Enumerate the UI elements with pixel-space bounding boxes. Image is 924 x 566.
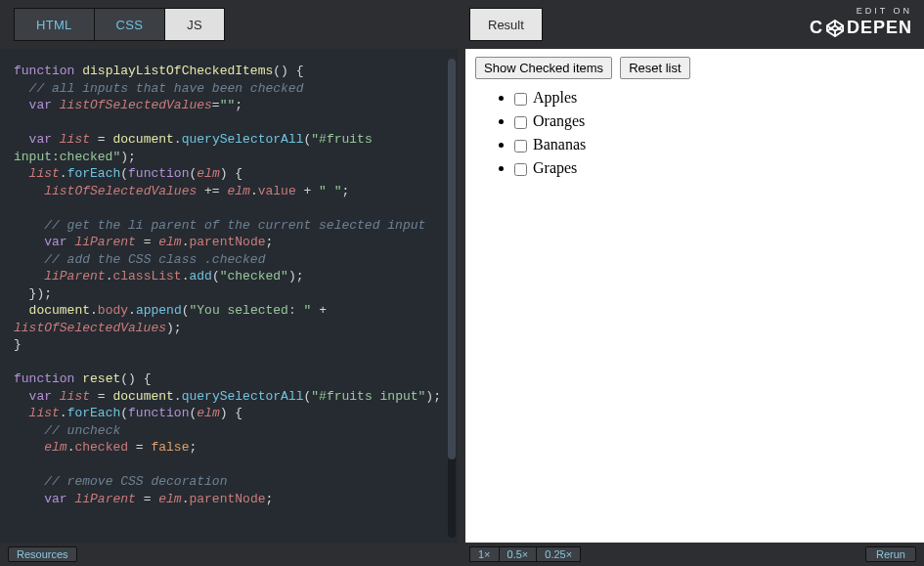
result-pane: Show Checked items Reset list ApplesOran… <box>465 49 924 543</box>
zoom-05x-button[interactable]: 0.5× <box>500 546 538 562</box>
list-item: Oranges <box>514 112 914 130</box>
codepen-c: C <box>810 18 823 38</box>
list-item: Bananas <box>514 136 914 153</box>
resources-button[interactable]: Resources <box>8 546 77 562</box>
editor-scrollbar[interactable] <box>448 59 456 538</box>
fruit-checkbox[interactable] <box>514 116 527 129</box>
show-checked-button[interactable]: Show Checked items <box>475 57 612 79</box>
fruit-checkbox[interactable] <box>514 140 527 152</box>
zoom-group: 1× 0.5× 0.25× <box>469 546 581 562</box>
rerun-button[interactable]: Rerun <box>865 546 916 562</box>
zoom-025x-button[interactable]: 0.25× <box>537 546 581 562</box>
reset-list-button[interactable]: Reset list <box>620 57 689 79</box>
tab-js[interactable]: JS <box>164 8 225 41</box>
edit-on-label: EDIT ON <box>810 6 912 16</box>
fruit-checkbox[interactable] <box>514 163 527 176</box>
codepen-icon <box>826 20 844 37</box>
codepen-logo: C DEPEN <box>810 18 912 38</box>
editor-tabs: HTML CSS JS <box>14 8 225 41</box>
bottombar: Resources 1× 0.5× 0.25× Rerun <box>0 543 924 566</box>
code-content[interactable]: function displayListOfCheckedItems() { /… <box>4 63 454 507</box>
fruit-label: Bananas <box>533 136 586 152</box>
tab-result[interactable]: Result <box>469 8 543 41</box>
editor-scrollbar-thumb[interactable] <box>448 59 456 459</box>
js-code-editor[interactable]: function displayListOfCheckedItems() { /… <box>0 49 458 543</box>
list-item: Grapes <box>514 159 914 177</box>
codepen-branding[interactable]: EDIT ON C DEPEN <box>810 6 912 38</box>
list-item: Apples <box>514 89 914 107</box>
tab-html[interactable]: HTML <box>14 8 94 41</box>
pane-divider[interactable] <box>458 49 465 543</box>
fruit-label: Grapes <box>533 159 577 176</box>
fruit-checkbox[interactable] <box>514 93 527 106</box>
zoom-1x-button[interactable]: 1× <box>469 546 500 562</box>
codepen-depen: DEPEN <box>847 18 912 38</box>
main-area: function displayListOfCheckedItems() { /… <box>0 49 924 543</box>
tab-css[interactable]: CSS <box>94 8 165 41</box>
topbar: HTML CSS JS Result EDIT ON C DEPEN <box>0 0 924 49</box>
fruit-label: Apples <box>533 89 577 106</box>
fruit-label: Oranges <box>533 112 585 129</box>
fruits-list: ApplesOrangesBananasGrapes <box>475 89 914 177</box>
